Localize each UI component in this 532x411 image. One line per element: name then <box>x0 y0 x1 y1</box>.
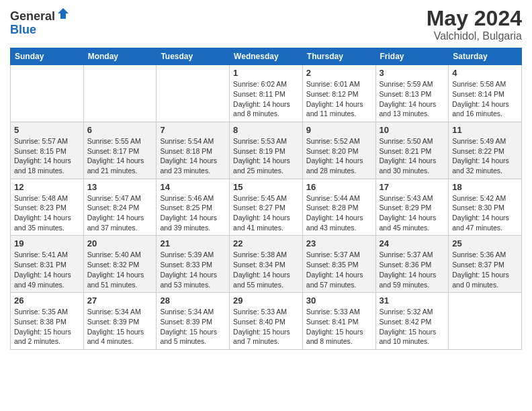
day-info: Sunrise: 5:49 AM Sunset: 8:22 PM Dayligh… <box>452 136 518 176</box>
day-number: 21 <box>160 238 226 248</box>
calendar-cell: 24Sunrise: 5:37 AM Sunset: 8:36 PM Dayli… <box>375 236 449 293</box>
day-number: 22 <box>233 238 299 248</box>
weekday-header: Saturday <box>449 48 522 65</box>
weekday-header: Friday <box>375 48 449 65</box>
header: General Blue May 2024 Valchidol, Bulgari… <box>10 7 522 42</box>
calendar-cell: 7Sunrise: 5:54 AM Sunset: 8:18 PM Daylig… <box>157 122 230 179</box>
calendar-week-row: 12Sunrise: 5:48 AM Sunset: 8:23 PM Dayli… <box>11 179 522 236</box>
day-info: Sunrise: 5:55 AM Sunset: 8:17 PM Dayligh… <box>87 136 153 176</box>
day-info: Sunrise: 5:47 AM Sunset: 8:24 PM Dayligh… <box>87 193 153 233</box>
day-info: Sunrise: 5:35 AM Sunset: 8:38 PM Dayligh… <box>14 307 80 347</box>
day-number: 14 <box>160 182 226 192</box>
day-info: Sunrise: 5:58 AM Sunset: 8:14 PM Dayligh… <box>452 79 518 119</box>
day-number: 12 <box>14 182 80 192</box>
day-info: Sunrise: 5:34 AM Sunset: 8:39 PM Dayligh… <box>87 307 153 347</box>
calendar-week-row: 5Sunrise: 5:57 AM Sunset: 8:15 PM Daylig… <box>11 122 522 179</box>
day-info: Sunrise: 5:45 AM Sunset: 8:27 PM Dayligh… <box>233 193 299 233</box>
day-info: Sunrise: 5:53 AM Sunset: 8:19 PM Dayligh… <box>233 136 299 176</box>
day-number: 4 <box>452 68 518 78</box>
day-number: 24 <box>380 238 445 248</box>
day-info: Sunrise: 5:43 AM Sunset: 8:29 PM Dayligh… <box>380 193 445 233</box>
calendar-cell <box>157 65 230 122</box>
day-number: 29 <box>233 295 299 306</box>
day-number: 2 <box>306 68 372 78</box>
calendar-cell: 18Sunrise: 5:42 AM Sunset: 8:30 PM Dayli… <box>449 179 522 236</box>
day-number: 20 <box>87 238 153 248</box>
day-number: 7 <box>160 125 226 135</box>
day-info: Sunrise: 5:52 AM Sunset: 8:20 PM Dayligh… <box>306 136 372 176</box>
day-number: 11 <box>452 125 518 135</box>
calendar-week-row: 26Sunrise: 5:35 AM Sunset: 8:38 PM Dayli… <box>11 293 522 350</box>
weekday-header: Wednesday <box>230 48 303 65</box>
calendar-cell: 15Sunrise: 5:45 AM Sunset: 8:27 PM Dayli… <box>230 179 303 236</box>
weekday-header-row: SundayMondayTuesdayWednesdayThursdayFrid… <box>11 48 522 65</box>
calendar-cell: 23Sunrise: 5:37 AM Sunset: 8:35 PM Dayli… <box>302 236 375 293</box>
calendar-cell: 28Sunrise: 5:34 AM Sunset: 8:39 PM Dayli… <box>157 293 230 350</box>
calendar-cell: 16Sunrise: 5:44 AM Sunset: 8:28 PM Dayli… <box>302 179 375 236</box>
day-info: Sunrise: 5:46 AM Sunset: 8:25 PM Dayligh… <box>160 193 226 233</box>
calendar-cell: 20Sunrise: 5:40 AM Sunset: 8:32 PM Dayli… <box>83 236 157 293</box>
logo-blue-text: Blue <box>10 23 36 36</box>
day-number: 9 <box>306 125 372 135</box>
day-number: 26 <box>14 295 80 306</box>
calendar-cell: 5Sunrise: 5:57 AM Sunset: 8:15 PM Daylig… <box>11 122 84 179</box>
day-info: Sunrise: 5:59 AM Sunset: 8:13 PM Dayligh… <box>380 79 445 119</box>
calendar-cell: 8Sunrise: 5:53 AM Sunset: 8:19 PM Daylig… <box>230 122 303 179</box>
calendar-cell <box>11 65 84 122</box>
calendar-cell: 10Sunrise: 5:50 AM Sunset: 8:21 PM Dayli… <box>375 122 449 179</box>
calendar-cell: 9Sunrise: 5:52 AM Sunset: 8:20 PM Daylig… <box>302 122 375 179</box>
day-number: 17 <box>380 182 445 192</box>
calendar-week-row: 19Sunrise: 5:41 AM Sunset: 8:31 PM Dayli… <box>11 236 522 293</box>
day-number: 31 <box>380 295 445 306</box>
calendar-cell: 27Sunrise: 5:34 AM Sunset: 8:39 PM Dayli… <box>83 293 157 350</box>
day-info: Sunrise: 5:54 AM Sunset: 8:18 PM Dayligh… <box>160 136 226 176</box>
day-number: 15 <box>233 182 299 192</box>
day-info: Sunrise: 5:32 AM Sunset: 8:42 PM Dayligh… <box>380 307 445 347</box>
calendar-cell: 3Sunrise: 5:59 AM Sunset: 8:13 PM Daylig… <box>375 65 449 122</box>
calendar-cell: 11Sunrise: 5:49 AM Sunset: 8:22 PM Dayli… <box>449 122 522 179</box>
calendar-week-row: 1Sunrise: 6:02 AM Sunset: 8:11 PM Daylig… <box>11 65 522 122</box>
day-info: Sunrise: 5:36 AM Sunset: 8:37 PM Dayligh… <box>452 250 518 289</box>
day-number: 6 <box>87 125 153 135</box>
day-info: Sunrise: 5:50 AM Sunset: 8:21 PM Dayligh… <box>380 136 445 176</box>
day-number: 5 <box>14 125 80 135</box>
day-info: Sunrise: 5:42 AM Sunset: 8:30 PM Dayligh… <box>452 193 518 233</box>
calendar-cell: 17Sunrise: 5:43 AM Sunset: 8:29 PM Dayli… <box>375 179 449 236</box>
day-info: Sunrise: 5:33 AM Sunset: 8:41 PM Dayligh… <box>306 307 372 347</box>
calendar-cell: 25Sunrise: 5:36 AM Sunset: 8:37 PM Dayli… <box>449 236 522 293</box>
calendar-cell: 2Sunrise: 6:01 AM Sunset: 8:12 PM Daylig… <box>302 65 375 122</box>
day-number: 27 <box>87 295 153 306</box>
month-year: May 2024 <box>427 7 522 30</box>
calendar-cell: 12Sunrise: 5:48 AM Sunset: 8:23 PM Dayli… <box>11 179 84 236</box>
day-info: Sunrise: 5:41 AM Sunset: 8:31 PM Dayligh… <box>14 250 80 289</box>
calendar-cell: 19Sunrise: 5:41 AM Sunset: 8:31 PM Dayli… <box>11 236 84 293</box>
day-info: Sunrise: 5:40 AM Sunset: 8:32 PM Dayligh… <box>87 250 153 289</box>
calendar-cell: 14Sunrise: 5:46 AM Sunset: 8:25 PM Dayli… <box>157 179 230 236</box>
day-info: Sunrise: 5:39 AM Sunset: 8:33 PM Dayligh… <box>160 250 226 289</box>
day-number: 8 <box>233 125 299 135</box>
day-info: Sunrise: 5:48 AM Sunset: 8:23 PM Dayligh… <box>14 193 80 233</box>
calendar-cell: 30Sunrise: 5:33 AM Sunset: 8:41 PM Dayli… <box>302 293 375 350</box>
day-info: Sunrise: 5:33 AM Sunset: 8:40 PM Dayligh… <box>233 307 299 347</box>
day-info: Sunrise: 5:37 AM Sunset: 8:35 PM Dayligh… <box>306 250 372 289</box>
day-info: Sunrise: 5:38 AM Sunset: 8:34 PM Dayligh… <box>233 250 299 289</box>
day-number: 18 <box>452 182 518 192</box>
calendar-table: SundayMondayTuesdayWednesdayThursdayFrid… <box>10 48 522 350</box>
location: Valchidol, Bulgaria <box>427 30 522 42</box>
logo: General Blue <box>10 7 70 37</box>
day-number: 23 <box>306 238 372 248</box>
title-block: May 2024 Valchidol, Bulgaria <box>427 7 522 42</box>
weekday-header: Thursday <box>302 48 375 65</box>
day-number: 3 <box>380 68 445 78</box>
day-number: 16 <box>306 182 372 192</box>
day-info: Sunrise: 5:37 AM Sunset: 8:36 PM Dayligh… <box>380 250 445 289</box>
calendar-cell: 13Sunrise: 5:47 AM Sunset: 8:24 PM Dayli… <box>83 179 157 236</box>
calendar-cell: 1Sunrise: 6:02 AM Sunset: 8:11 PM Daylig… <box>230 65 303 122</box>
calendar-cell <box>83 65 157 122</box>
day-number: 13 <box>87 182 153 192</box>
calendar-cell: 31Sunrise: 5:32 AM Sunset: 8:42 PM Dayli… <box>375 293 449 350</box>
calendar-cell <box>449 293 522 350</box>
calendar-cell: 4Sunrise: 5:58 AM Sunset: 8:14 PM Daylig… <box>449 65 522 122</box>
calendar-cell: 26Sunrise: 5:35 AM Sunset: 8:38 PM Dayli… <box>11 293 84 350</box>
svg-marker-0 <box>58 8 69 19</box>
